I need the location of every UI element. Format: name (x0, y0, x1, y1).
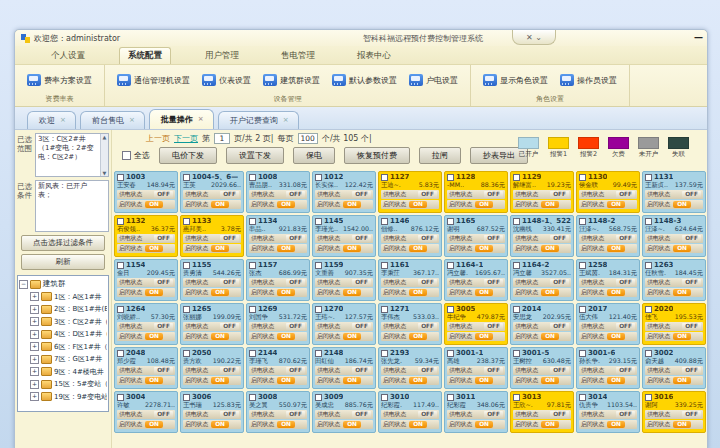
meter-card[interactable]: 3001-5王树控630.48元供电状态OFF启闭状态ON (510, 347, 574, 389)
supply-off-button[interactable]: OFF (682, 235, 701, 242)
meter-card[interactable]: 1264刘晓娇..57.30元供电状态OFF启闭状态ON (114, 303, 178, 345)
card-checkbox[interactable] (315, 174, 322, 181)
switch-on-button[interactable]: ON (145, 289, 163, 296)
supply-off-button[interactable]: OFF (616, 323, 635, 330)
toolbar-button-0[interactable]: 电价下发 (159, 147, 217, 164)
meter-card[interactable]: 1164-2冯立馨3527.05..供电状态OFF启闭状态ON (510, 259, 574, 301)
supply-off-button[interactable]: OFF (154, 411, 173, 418)
meter-card[interactable]: 2014安思龙202.95元供电状态OFF启闭状态ON (510, 303, 574, 345)
switch-on-button[interactable]: ON (145, 377, 163, 384)
switch-on-button[interactable]: ON (343, 377, 361, 384)
switch-on-button[interactable]: ON (607, 421, 625, 428)
supply-off-button[interactable]: OFF (154, 191, 173, 198)
meter-card[interactable]: 3005牛纪争479.87元供电状态OFF启闭状态ON (444, 303, 508, 345)
switch-on-button[interactable]: ON (607, 333, 625, 340)
switch-on-button[interactable]: ON (343, 201, 361, 208)
switch-on-button[interactable]: ON (541, 201, 559, 208)
supply-off-button[interactable]: OFF (550, 235, 569, 242)
expand-icon[interactable]: + (30, 305, 39, 314)
card-checkbox[interactable] (513, 350, 520, 357)
supply-off-button[interactable]: OFF (286, 411, 305, 418)
card-checkbox[interactable] (645, 394, 652, 401)
supply-off-button[interactable]: OFF (616, 367, 635, 374)
ribbon-button-1-1[interactable]: 仪表设置 (200, 72, 253, 88)
switch-on-button[interactable]: ON (607, 245, 625, 252)
meter-card[interactable]: 1148-1、522沈幽线330.41元供电状态OFF启闭状态ON (510, 215, 574, 257)
supply-off-button[interactable]: OFF (352, 235, 371, 242)
meter-card[interactable]: 3001-1高雄238.37元供电状态OFF启闭状态ON (444, 347, 508, 389)
supply-off-button[interactable]: OFF (220, 367, 239, 374)
card-checkbox[interactable] (645, 174, 652, 181)
switch-on-button[interactable]: ON (409, 377, 427, 384)
card-checkbox[interactable] (249, 174, 256, 181)
switch-on-button[interactable]: ON (409, 289, 427, 296)
supply-off-button[interactable]: OFF (484, 411, 503, 418)
card-checkbox[interactable] (447, 350, 454, 357)
card-checkbox[interactable] (117, 350, 124, 357)
menu-item-4[interactable]: 报表中心 (349, 48, 399, 64)
ribbon-button-1-3[interactable]: 默认参数设置 (330, 72, 399, 88)
tree-item-3[interactable]: +4区：D区1#井（D区1 (19, 328, 107, 341)
meter-card[interactable]: 3013王欣~.97.81元供电状态OFF启闭状态ON (510, 391, 574, 433)
meter-card[interactable]: 1155贵勇清544.26元供电状态OFF启闭状态ON (180, 259, 244, 301)
card-checkbox[interactable] (117, 174, 124, 181)
supply-off-button[interactable]: OFF (418, 191, 437, 198)
ribbon-button-1-0[interactable]: 通信管理机设置 (115, 72, 192, 88)
card-checkbox[interactable] (315, 262, 322, 269)
switch-on-button[interactable]: ON (211, 421, 229, 428)
ribbon-button-2-1[interactable]: 操作员设置 (558, 72, 619, 88)
select-all-checkbox[interactable] (122, 151, 131, 160)
switch-on-button[interactable]: ON (211, 245, 229, 252)
card-checkbox[interactable] (249, 306, 256, 313)
tab-close-icon[interactable]: × (198, 116, 204, 123)
meter-card[interactable]: 1271李伟杰533.03..供电状态OFF启闭状态ON (378, 303, 442, 345)
page-number-input[interactable]: 1 (214, 133, 230, 144)
collapse-expander-icon[interactable]: − (19, 280, 28, 289)
tab-欢迎[interactable]: 欢迎× (27, 111, 76, 129)
card-checkbox[interactable] (183, 262, 190, 269)
switch-on-button[interactable]: ON (541, 289, 559, 296)
tree-item-4[interactable]: +6区：F区1#井（F区1# (19, 341, 107, 354)
supply-off-button[interactable]: OFF (484, 191, 503, 198)
switch-on-button[interactable]: ON (211, 333, 229, 340)
meter-card[interactable]: 1134串品..921.83元供电状态OFF启闭状态ON (246, 215, 310, 257)
card-checkbox[interactable] (183, 306, 190, 313)
card-checkbox[interactable] (579, 262, 586, 269)
supply-off-button[interactable]: OFF (352, 191, 371, 198)
card-checkbox[interactable] (381, 394, 388, 401)
meter-card[interactable]: 1004-5、6—王英2029.66..供电状态OFF启闭状态ON (180, 171, 244, 213)
supply-off-button[interactable]: OFF (550, 367, 569, 374)
tree-item-7[interactable]: +15区：5#变站（3#变 (19, 378, 107, 391)
tab-close-icon[interactable]: × (283, 117, 289, 124)
meter-card[interactable]: 1003王安春148.94元供电状态OFF启闭状态ON (114, 171, 178, 213)
card-checkbox[interactable] (381, 350, 388, 357)
meter-card[interactable]: 3009吴成忠885.76元供电状态OFF启闭状态ON (312, 391, 376, 433)
supply-off-button[interactable]: OFF (616, 279, 635, 286)
card-checkbox[interactable] (447, 218, 454, 225)
supply-off-button[interactable]: OFF (286, 323, 305, 330)
switch-on-button[interactable]: ON (475, 377, 493, 384)
toolbar-button-1[interactable]: 设置下发 (226, 147, 284, 164)
expand-icon[interactable]: + (30, 355, 39, 364)
supply-off-button[interactable]: OFF (352, 367, 371, 374)
card-checkbox[interactable] (381, 174, 388, 181)
switch-on-button[interactable]: ON (211, 377, 229, 384)
switch-on-button[interactable]: ON (277, 333, 295, 340)
tree-root[interactable]: −建筑群 (19, 278, 107, 291)
expand-icon[interactable]: + (30, 292, 39, 301)
expand-icon[interactable]: + (30, 317, 39, 326)
supply-off-button[interactable]: OFF (682, 323, 701, 330)
supply-off-button[interactable]: OFF (484, 323, 503, 330)
meter-card[interactable]: 3004许敏2278.71..供电状态OFF启闭状态ON (114, 391, 178, 433)
supply-off-button[interactable]: OFF (682, 411, 701, 418)
tree-item-8[interactable]: +19区：9#变电站（2# (19, 391, 107, 404)
card-checkbox[interactable] (579, 306, 586, 313)
switch-on-button[interactable]: ON (211, 201, 229, 208)
switch-on-button[interactable]: ON (409, 333, 427, 340)
meter-card[interactable]: 1164-1冯立馨.1695.67..供电状态OFF启闭状态ON (444, 259, 508, 301)
meter-card[interactable]: 1148-2汪泽~.568.75元供电状态OFF启闭状态ON (576, 215, 640, 257)
meter-card[interactable]: 1263任秋雪.184.45元供电状态OFF启闭状态ON (642, 259, 706, 301)
refresh-button[interactable]: 刷新 (21, 254, 106, 270)
card-checkbox[interactable] (183, 174, 190, 181)
card-checkbox[interactable] (645, 218, 652, 225)
